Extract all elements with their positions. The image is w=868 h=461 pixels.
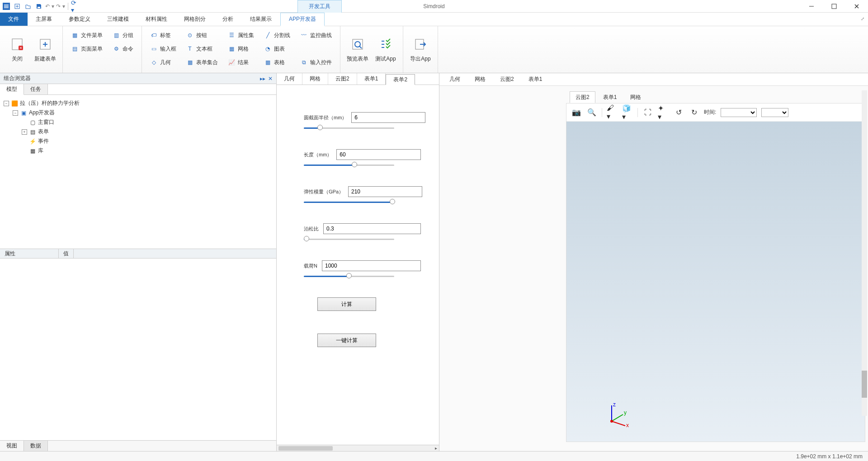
zoom-icon[interactable]: 🔍 xyxy=(586,107,597,118)
label-button[interactable]: 🏷标签 xyxy=(146,29,180,42)
fit-icon[interactable]: ⛶ xyxy=(642,107,653,118)
scroll-thumb[interactable] xyxy=(278,446,333,451)
rotate-left-icon[interactable]: ↺ xyxy=(673,107,684,118)
tree-main-window[interactable]: ▢ 主窗口 xyxy=(4,118,273,127)
menu-modeling[interactable]: 三维建模 xyxy=(99,13,137,26)
menu-analysis[interactable]: 分析 xyxy=(214,13,242,26)
result-button[interactable]: 📈结果 xyxy=(224,56,258,69)
tab-mesh[interactable]: 网格 xyxy=(302,73,328,85)
menu-mesh[interactable]: 网格剖分 xyxy=(176,13,214,26)
vertical-scrollbar[interactable] xyxy=(862,90,867,416)
scroll-arrow-right-icon[interactable]: ▸ xyxy=(435,446,437,451)
geometry-button[interactable]: ◇几何 xyxy=(146,56,180,69)
viewport-3d[interactable]: z y x xyxy=(566,122,865,442)
field-input[interactable] xyxy=(351,112,425,123)
tab-model[interactable]: 模型 xyxy=(0,84,24,95)
axis-gizmo[interactable]: z y x xyxy=(603,401,630,428)
tab-geometry[interactable]: 几何 xyxy=(277,73,302,85)
sub-tab-mesh[interactable]: 网格 xyxy=(624,91,647,103)
preview-form-button[interactable]: 预览表单 xyxy=(345,29,370,70)
field-slider[interactable] xyxy=(304,164,394,166)
tree-root[interactable]: − 🟧 拉（压）杆的静力学分析 xyxy=(4,99,273,108)
horizontal-scrollbar[interactable]: ▸ xyxy=(277,445,439,451)
save-icon[interactable] xyxy=(34,2,43,11)
tree-event[interactable]: ⚡ 事件 xyxy=(4,136,273,146)
ribbon-expand-icon[interactable]: ⤢ xyxy=(861,16,864,21)
textbox-button[interactable]: T文本框 xyxy=(183,42,222,55)
cube-icon[interactable]: 🧊 ▾ xyxy=(622,107,633,118)
panel-close-icon[interactable]: ✕ xyxy=(268,75,273,82)
formset-button[interactable]: ▦表单集合 xyxy=(183,56,222,69)
devtool-context-tab[interactable]: 开发工具 xyxy=(297,0,342,13)
new-form-button[interactable]: 新建表单 xyxy=(33,29,58,70)
close-button[interactable]: 关闭 xyxy=(5,29,30,70)
menu-app-developer[interactable]: APP开发器 xyxy=(280,13,325,26)
scroll-thumb[interactable] xyxy=(862,371,867,398)
camera-icon[interactable]: 📷 xyxy=(571,107,582,118)
field-input[interactable] xyxy=(348,186,422,197)
tree-toggle-icon[interactable]: − xyxy=(13,110,18,116)
page-menu-button[interactable]: ▤页面菜单 xyxy=(67,42,106,55)
command-button[interactable]: ⚙命令 xyxy=(109,42,137,55)
monitor-curve-button[interactable]: 〰监控曲线 xyxy=(297,29,335,42)
open-icon[interactable] xyxy=(24,2,33,11)
field-slider[interactable] xyxy=(304,127,394,129)
refresh-icon[interactable]: ⟳ ▾ xyxy=(71,2,80,11)
field-slider[interactable] xyxy=(304,275,394,278)
tab-cloud2[interactable]: 云图2 xyxy=(328,73,357,85)
menu-results[interactable]: 结果展示 xyxy=(242,13,280,26)
input-button[interactable]: ▭输入框 xyxy=(146,42,180,55)
mesh-button[interactable]: ▦网格 xyxy=(224,42,258,55)
axis-icon[interactable]: ✦ ▾ xyxy=(658,107,669,118)
redo-icon[interactable]: ↷ ▾ xyxy=(56,2,65,11)
tree-app-dev[interactable]: − ▣ App开发器 xyxy=(4,108,273,118)
tab-form1[interactable]: 表单1 xyxy=(357,73,386,85)
tab-form2[interactable]: 表单2 xyxy=(386,74,415,85)
tab-data[interactable]: 数据 xyxy=(24,441,48,451)
app-logo-icon[interactable] xyxy=(2,2,11,11)
tree-toggle-icon[interactable]: + xyxy=(22,129,27,135)
divider-button[interactable]: ╱分割线 xyxy=(260,29,294,42)
time-select2[interactable] xyxy=(761,108,788,117)
input-widget-button[interactable]: ⧉输入控件 xyxy=(297,56,335,69)
field-slider[interactable] xyxy=(304,201,394,203)
tree-toggle-icon[interactable]: − xyxy=(4,101,9,106)
table-button[interactable]: ▦表格 xyxy=(260,56,294,69)
tab-view[interactable]: 视图 xyxy=(0,441,24,451)
close-button[interactable] xyxy=(845,0,868,13)
button-widget-button[interactable]: ⊙按钮 xyxy=(183,29,222,42)
rtab-geometry[interactable]: 几何 xyxy=(444,74,466,85)
menu-material[interactable]: 材料属性 xyxy=(137,13,176,26)
rtab-form1[interactable]: 表单1 xyxy=(523,74,548,85)
sub-tab-form1[interactable]: 表单1 xyxy=(597,91,623,103)
export-app-button[interactable]: 导出App xyxy=(408,29,433,70)
calculate-button[interactable]: 计算 xyxy=(317,297,376,311)
minimize-button[interactable] xyxy=(800,0,823,13)
panel-collapse-icon[interactable]: ▸▸ xyxy=(260,75,265,82)
undo-icon[interactable]: ↶ ▾ xyxy=(45,2,54,11)
menu-params[interactable]: 参数定义 xyxy=(61,13,99,26)
time-select[interactable] xyxy=(721,108,757,117)
field-input[interactable] xyxy=(336,149,421,160)
tree-form[interactable]: + ▤ 表单 xyxy=(4,127,273,136)
rtab-cloud2[interactable]: 云图2 xyxy=(495,74,519,85)
menu-home[interactable]: 主屏幕 xyxy=(28,13,61,26)
field-input[interactable] xyxy=(322,260,421,271)
propset-button[interactable]: ☰属性集 xyxy=(224,29,258,42)
menu-file[interactable]: 文件 xyxy=(0,13,28,26)
tab-task[interactable]: 任务 xyxy=(24,84,48,94)
onekey-calc-button[interactable]: 一键计算 xyxy=(317,334,376,347)
sub-tab-cloud2[interactable]: 云图2 xyxy=(570,91,595,103)
field-slider[interactable] xyxy=(304,238,394,240)
test-app-button[interactable]: 测试App xyxy=(373,29,398,70)
tree-library[interactable]: ▦ 库 xyxy=(4,146,273,155)
new-icon[interactable] xyxy=(13,2,22,11)
maximize-button[interactable] xyxy=(823,0,845,13)
field-input[interactable] xyxy=(323,223,421,234)
brush-icon[interactable]: 🖌 ▾ xyxy=(607,107,618,118)
chart-button[interactable]: ◔图表 xyxy=(260,42,294,55)
group-button[interactable]: ▥分组 xyxy=(109,29,137,42)
rtab-mesh[interactable]: 网格 xyxy=(469,74,491,85)
file-menu-button[interactable]: ▦文件菜单 xyxy=(67,29,106,42)
rotate-right-icon[interactable]: ↻ xyxy=(689,107,699,118)
